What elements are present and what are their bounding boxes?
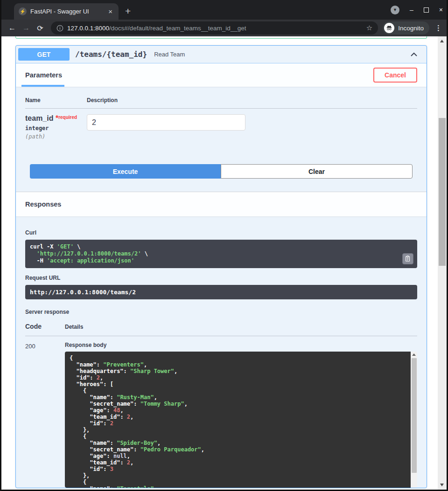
swagger-content: GET /teams/{team_id} Read Team Parameter… — [15, 36, 427, 488]
forward-icon[interactable]: → — [20, 24, 32, 32]
execute-wrapper: Execute Clear — [16, 140, 427, 192]
column-name: Name — [25, 97, 87, 104]
scroll-up-arrow-icon[interactable] — [412, 353, 416, 356]
server-response-table-header: Code Details — [25, 323, 417, 336]
swagger-page: GET /teams/{team_id} Read Team Parameter… — [1, 36, 447, 490]
incognito-badge: Incognito — [383, 21, 429, 35]
code-line: }, — [70, 472, 406, 479]
parameter-type: integer — [25, 125, 87, 131]
parameters-table: Name Description team_id *required integ… — [16, 87, 427, 140]
parameters-section-header: Parameters Cancel — [16, 63, 427, 87]
tab-search-icon[interactable]: ▼ — [391, 6, 399, 14]
browser-menu-icon[interactable]: ⋮ — [435, 24, 442, 32]
server-response-row: 200 Response body { "name": "Preventers"… — [25, 336, 417, 488]
code-column-header: Code — [25, 323, 65, 330]
responses-title: Responses — [25, 201, 61, 208]
operation-path: /teams/{team_id} — [75, 50, 147, 59]
code-line: 'http://127.0.0.1:8000/teams/2' \ — [30, 250, 399, 257]
code-line: { — [70, 355, 406, 361]
address-bar[interactable]: 127.0.0.1:8000/docs#/default/read_team_t… — [51, 21, 378, 35]
page-scrollbar[interactable] — [438, 36, 447, 490]
parameter-location: (path) — [25, 133, 87, 140]
window-close-button[interactable]: × — [439, 6, 443, 14]
tab-parameters[interactable]: Parameters — [25, 63, 62, 87]
tab-strip: ⚡ FastAPI - Swagger UI × + ▼ – × — [1, 0, 447, 20]
required-label: required — [58, 115, 77, 120]
parameters-table-header: Name Description — [25, 97, 417, 109]
cancel-button[interactable]: Cancel — [373, 68, 417, 83]
code-line: "secret_name": "Pedro Parqueador", — [70, 446, 406, 453]
new-tab-button[interactable]: + — [125, 6, 131, 16]
maximize-button[interactable] — [424, 7, 429, 13]
operation-summary-text: Read Team — [154, 51, 185, 58]
code-line: { — [70, 479, 406, 485]
column-description: Description — [87, 97, 417, 104]
incognito-icon — [384, 23, 394, 33]
code-line: "name": "Rusty-Man", — [70, 394, 406, 401]
reload-icon[interactable]: ⟳ — [34, 24, 46, 33]
minimize-button[interactable]: – — [410, 6, 413, 14]
code-line: "team_id": 2, — [70, 414, 406, 420]
page-scrollbar-thumb[interactable] — [439, 118, 446, 266]
code-line: "id": 3 — [70, 466, 406, 472]
curl-command: curl -X 'GET' \ 'http://127.0.0.1:8000/t… — [25, 240, 417, 268]
response-details-cell: Response body { "name": "Preventers", "h… — [65, 342, 417, 488]
code-line: "team_id": 2, — [70, 459, 406, 466]
response-body-scrollbar[interactable] — [411, 352, 417, 488]
response-body-json: { "name": "Preventers", "headquarters": … — [65, 352, 411, 488]
page-scroll-up-icon[interactable] — [440, 40, 444, 42]
previous-operation-bottom-edge — [15, 36, 427, 39]
response-scrollbar-thumb[interactable] — [412, 358, 417, 473]
copy-to-clipboard-button[interactable] — [402, 253, 413, 264]
browser-window: ⚡ FastAPI - Swagger UI × + ▼ – × ← → ⟳ 1… — [1, 0, 447, 490]
page-info-icon[interactable] — [56, 25, 63, 32]
status-code: 200 — [25, 342, 65, 488]
responses-body: Curl curl -X 'GET' \ 'http://127.0.0.1:8… — [16, 216, 427, 488]
code-line: "name": "Tarantula" — [70, 485, 406, 488]
incognito-label: Incognito — [398, 25, 424, 32]
page-scroll-down-icon[interactable] — [440, 484, 444, 486]
url-host: 127.0.0.1:8000 — [67, 25, 109, 32]
bookmark-star-icon[interactable]: ☆ — [366, 24, 372, 32]
url-path: /docs#/default/read_team_teams__team_id_… — [109, 25, 246, 32]
parameter-name-cell: team_id *required integer (path) — [25, 114, 87, 140]
response-body-label: Response body — [65, 342, 417, 348]
chevron-up-icon[interactable] — [409, 50, 419, 59]
code-line: curl -X 'GET' \ — [30, 243, 399, 250]
curl-label: Curl — [25, 229, 417, 236]
execute-button[interactable]: Execute — [30, 164, 221, 179]
team-id-input[interactable] — [87, 114, 245, 131]
get-operation-block: GET /teams/{team_id} Read Team Parameter… — [15, 45, 427, 488]
code-line: "name": "Spider-Boy", — [70, 440, 406, 446]
responses-section-header: Responses — [16, 192, 427, 216]
code-line: "headquarters": "Sharp Tower", — [70, 368, 406, 374]
code-line: "id": 2 — [70, 420, 406, 427]
code-line: "age": null, — [70, 453, 406, 459]
tab-close-icon[interactable]: × — [107, 7, 114, 15]
window-controls: ▼ – × — [391, 0, 443, 20]
request-url-value: http://127.0.0.1:8000/teams/2 — [25, 285, 417, 299]
browser-tab[interactable]: ⚡ FastAPI - Swagger UI × — [14, 3, 119, 20]
http-method-badge: GET — [18, 48, 70, 61]
code-line: { — [70, 387, 406, 394]
code-line: { — [70, 433, 406, 440]
fastapi-favicon-icon: ⚡ — [19, 7, 27, 15]
url-text: 127.0.0.1:8000/docs#/default/read_team_t… — [67, 25, 363, 32]
code-line: -H 'accept: application/json' — [30, 257, 399, 264]
parameter-value-cell — [87, 114, 417, 140]
back-icon[interactable]: ← — [6, 24, 18, 32]
details-column-header: Details — [65, 324, 417, 330]
code-line: }, — [70, 427, 406, 433]
code-line: "name": "Preventers", — [70, 361, 406, 368]
code-line: "id": 2, — [70, 374, 406, 381]
clear-button[interactable]: Clear — [221, 164, 413, 179]
server-response-label: Server response — [25, 309, 417, 315]
tab-title: FastAPI - Swagger UI — [30, 8, 103, 15]
operation-summary[interactable]: GET /teams/{team_id} Read Team — [16, 46, 427, 63]
parameter-name: team_id *required — [25, 114, 87, 123]
request-url-label: Request URL — [25, 275, 417, 281]
parameter-row: team_id *required integer (path) — [25, 109, 417, 140]
code-line: "age": 48, — [70, 407, 406, 414]
code-line: "heroes": [ — [70, 381, 406, 387]
response-body-box: { "name": "Preventers", "headquarters": … — [65, 352, 417, 488]
